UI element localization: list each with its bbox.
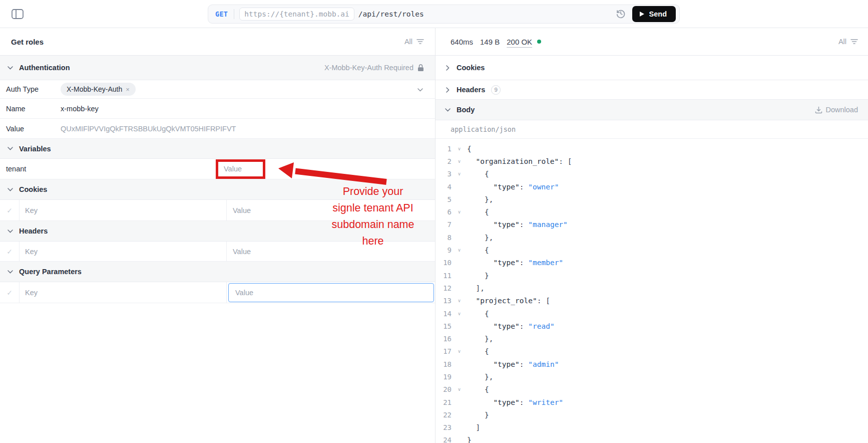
response-section-cookies[interactable]: Cookies (436, 56, 868, 80)
code-line: 18 "type": "admin" (436, 358, 868, 370)
response-panel: 640ms 149 B 200 OK All Cookies Headers 9 (436, 28, 868, 443)
line-number: 16 (436, 335, 452, 343)
request-panel-header: Get roles All (0, 28, 435, 56)
fold-chevron-icon[interactable]: ∨ (452, 171, 467, 176)
response-section-headers[interactable]: Headers 9 (436, 80, 868, 100)
chevron-down-icon (7, 66, 13, 70)
line-number: 22 (436, 411, 452, 419)
url-divider (234, 9, 234, 19)
code-text: { (467, 310, 489, 318)
request-filter-button[interactable]: All (404, 38, 424, 46)
fold-chevron-icon[interactable]: ∨ (452, 159, 467, 164)
path-field[interactable]: /api/rest/roles (358, 10, 424, 18)
auth-value-value[interactable]: QUxMIFlPVVIgQkFTRSBBUkUgQkVMT05HIFRPIFVT (61, 125, 236, 133)
request-title: Get roles (11, 38, 44, 46)
code-text: { (467, 385, 489, 393)
headers-key-input[interactable]: Key (20, 242, 227, 261)
headers-kv-row: ✓ Key Value (0, 242, 435, 262)
line-number: 24 (436, 436, 452, 443)
send-button[interactable]: Send (632, 6, 676, 22)
response-status[interactable]: 200 OK (507, 38, 532, 46)
response-body-label: Body (457, 106, 475, 114)
auth-type-pill[interactable]: X-Mobb-Key-Auth × (61, 83, 136, 96)
section-cookies[interactable]: Cookies (0, 179, 435, 200)
auth-name-row: Name x-mobb-key (0, 99, 435, 119)
code-line: 6∨ { (436, 205, 868, 218)
auth-requirement-badge: X-Mobb-Key-Auth Required (324, 64, 424, 72)
status-ok-dot (537, 40, 541, 44)
code-text: "type": "writer" (467, 398, 563, 406)
code-line: 22 } (436, 408, 868, 421)
code-line: 1∨{ (436, 142, 868, 155)
code-text: "type": "manager" (467, 220, 568, 229)
line-number: 8 (436, 234, 452, 242)
code-text: "organization_role": [ (467, 157, 572, 165)
headers-value-input[interactable]: Value (227, 248, 251, 256)
code-line: 3∨ { (436, 168, 868, 180)
content-type: application/json (451, 125, 516, 133)
code-line: 21 "type": "writer" (436, 396, 868, 408)
code-text: } (467, 272, 489, 280)
section-authentication[interactable]: Authentication X-Mobb-Key-Auth Required (0, 56, 435, 80)
line-number: 10 (436, 259, 452, 267)
history-button[interactable] (614, 8, 627, 21)
fold-chevron-icon[interactable]: ∨ (452, 298, 467, 303)
chevron-down-icon (7, 230, 13, 233)
chevron-down-icon (7, 188, 13, 191)
code-line: 2∨ "organization_role": [ (436, 155, 868, 167)
line-number: 4 (436, 183, 452, 191)
code-line: 7 "type": "manager" (436, 218, 868, 231)
code-text: ], (467, 284, 485, 292)
response-body-code[interactable]: 1∨{2∨ "organization_role": [3∨ {4 "type"… (436, 139, 868, 443)
send-button-label: Send (649, 10, 667, 18)
code-text: } (467, 411, 489, 419)
fold-chevron-icon[interactable]: ∨ (452, 248, 467, 253)
fold-chevron-icon[interactable]: ∨ (452, 311, 467, 316)
code-line: 24} (436, 434, 868, 443)
query-key-input[interactable]: Key (20, 282, 227, 303)
fold-chevron-icon[interactable]: ∨ (452, 209, 467, 214)
query-parameters-kv-row: ✓ Key Value (0, 282, 435, 303)
code-line: 20∨ { (436, 383, 868, 396)
remove-auth-type-icon[interactable]: × (126, 86, 130, 93)
code-line: 17∨ { (436, 345, 868, 358)
request-filter-label: All (404, 38, 412, 46)
section-headers[interactable]: Headers (0, 221, 435, 242)
base-url-field[interactable]: https://{tenant}.mobb.ai (239, 8, 354, 21)
auth-value-row: Value QUxMIFlPVVIgQkFTRSBBUkUgQkVMT05HIF… (0, 119, 435, 139)
response-filter-label: All (838, 38, 846, 46)
fold-chevron-icon[interactable]: ∨ (452, 387, 467, 392)
code-text: }, (467, 335, 493, 343)
query-value-input-focused[interactable]: Value (228, 283, 434, 302)
fold-chevron-icon[interactable]: ∨ (452, 146, 467, 151)
auth-name-label: Name (0, 105, 61, 113)
url-bar: GET https://{tenant}.mobb.ai /api/rest/r… (208, 5, 680, 24)
sidebar-toggle-button[interactable] (11, 9, 24, 20)
response-filter-button[interactable]: All (838, 38, 858, 46)
row-enabled-check-icon[interactable]: ✓ (0, 242, 20, 261)
cookies-value-input[interactable]: Value (227, 206, 251, 214)
auth-type-dropdown-caret[interactable] (417, 85, 423, 94)
section-query-parameters[interactable]: Query Parameters (0, 262, 435, 282)
line-number: 23 (436, 423, 452, 431)
code-line: 10 "type": "member" (436, 257, 868, 269)
variable-tenant-value-input[interactable]: Value (224, 159, 242, 179)
code-text: }, (467, 195, 493, 203)
code-line: 13∨ "project_role": [ (436, 295, 868, 307)
auth-value-label: Value (0, 125, 61, 133)
cookies-key-input[interactable]: Key (20, 200, 227, 220)
code-line: 16 }, (436, 332, 868, 345)
row-enabled-check-icon[interactable]: ✓ (0, 282, 20, 303)
section-variables-label: Variables (19, 145, 51, 153)
auth-name-value[interactable]: x-mobb-key (61, 105, 99, 113)
row-enabled-check-icon[interactable]: ✓ (0, 200, 20, 220)
download-button[interactable]: Download (815, 106, 858, 114)
code-line: 5 }, (436, 193, 868, 205)
section-query-parameters-label: Query Parameters (19, 268, 82, 276)
method-badge[interactable]: GET (215, 10, 228, 18)
fold-chevron-icon[interactable]: ∨ (452, 349, 467, 354)
response-section-body[interactable]: Body Download (436, 100, 868, 120)
line-number: 11 (436, 272, 452, 280)
section-variables[interactable]: Variables (0, 139, 435, 159)
auth-type-pill-label: X-Mobb-Key-Auth (67, 85, 122, 93)
